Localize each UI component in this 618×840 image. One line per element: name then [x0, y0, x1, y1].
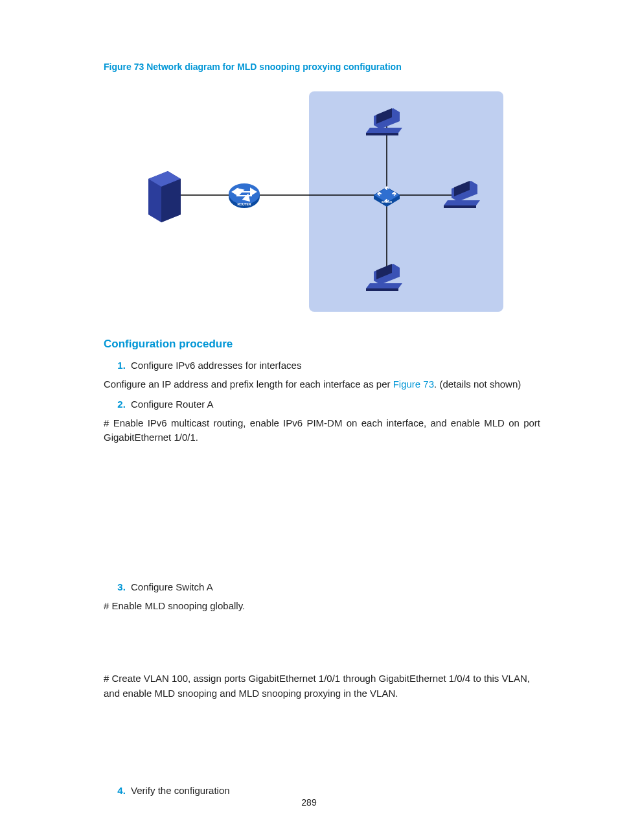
svg-marker-22 — [444, 200, 480, 205]
step-4: Verify the configuration — [128, 785, 540, 796]
svg-text:SWITCH: SWITCH — [382, 200, 392, 204]
text: . (details not shown) — [434, 379, 521, 390]
router-icon: ROUTER — [229, 183, 260, 208]
svg-marker-26 — [366, 283, 402, 288]
server-icon — [148, 171, 181, 222]
figure-caption: Figure 73 Network diagram for MLD snoopi… — [104, 62, 540, 72]
paragraph: # Enable IPv6 multicast routing, enable … — [104, 416, 540, 445]
step-1: Configure IPv6 addresses for interfaces — [128, 360, 540, 371]
section-heading: Configuration procedure — [104, 338, 540, 351]
page-number: 289 — [0, 797, 618, 808]
svg-marker-19 — [366, 133, 398, 135]
paragraph: # Enable MLD snooping globally. — [104, 599, 540, 614]
svg-point-9 — [229, 183, 260, 204]
step-3: Configure Switch A — [128, 581, 540, 592]
svg-marker-27 — [366, 288, 398, 291]
svg-marker-23 — [444, 205, 476, 208]
network-diagram: ROUTER SWITCH — [141, 85, 503, 318]
paragraph: # Create VLAN 100, assign ports GigabitE… — [104, 671, 540, 701]
paragraph: Configure an IP address and prefix lengt… — [104, 377, 540, 392]
figure-73-link[interactable]: Figure 73 — [393, 379, 434, 390]
step-2: Configure Router A — [128, 399, 540, 410]
svg-text:ROUTER: ROUTER — [237, 202, 251, 206]
svg-marker-18 — [366, 128, 402, 133]
text: Configure an IP address and prefix lengt… — [104, 379, 393, 390]
